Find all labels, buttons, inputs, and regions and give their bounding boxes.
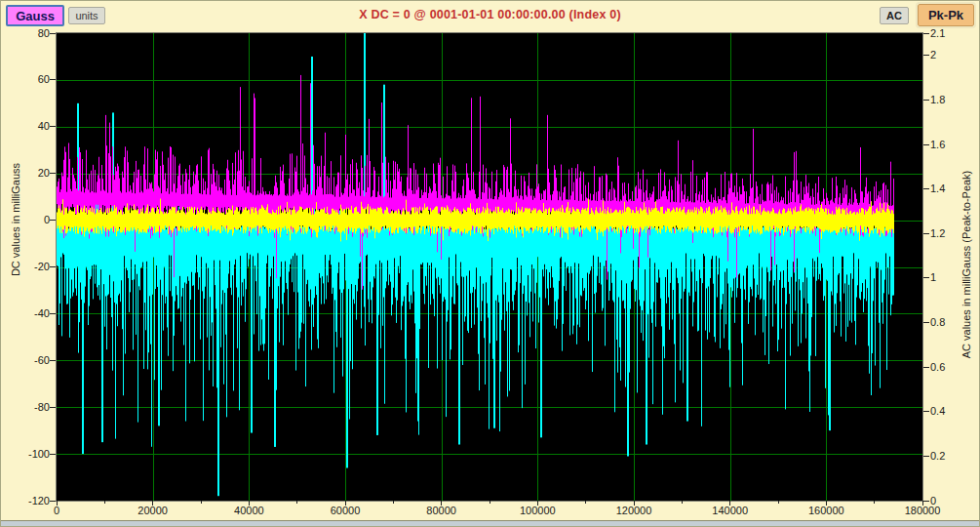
y-right-tick <box>923 456 929 457</box>
x-minor-tick <box>682 501 683 504</box>
y-left-tick <box>50 33 56 34</box>
y-right-tick-label: 0.8 <box>930 316 945 328</box>
x-tick-label: 40000 <box>219 505 278 516</box>
y-right-tick-label: 2.1 <box>930 27 945 39</box>
x-tick-label: 20000 <box>124 505 182 516</box>
y-left-tick-label: -20 <box>1 261 50 272</box>
y-left-tick <box>50 126 56 127</box>
y-axis-right-title: AC values in milliGauss (Peak-to-Peak) <box>960 171 972 359</box>
y-left-tick <box>50 173 56 174</box>
y-right-tick <box>923 367 929 368</box>
x-tick-label: 120000 <box>605 505 663 516</box>
waveform-canvas <box>57 33 922 501</box>
x-minor-tick <box>874 501 875 504</box>
y-left-tick <box>50 501 56 502</box>
y-right-tick <box>923 144 929 145</box>
y-right-tick-label: 0.4 <box>930 405 945 417</box>
x-tick-label: 160000 <box>797 505 855 516</box>
x-tick-label: 60000 <box>316 505 374 516</box>
y-left-tick <box>50 454 56 455</box>
y-left-tick-label: 60 <box>1 73 50 85</box>
x-tick-label: 80000 <box>412 505 471 516</box>
y-left-tick <box>50 266 56 267</box>
y-left-tick-label: -40 <box>1 307 50 319</box>
y-left-tick-label: -80 <box>1 401 50 413</box>
y-right-tick <box>923 277 929 278</box>
x-tick-label: 0 <box>27 505 86 516</box>
y-right-tick-label: 1.6 <box>930 139 945 150</box>
y-right-tick <box>923 100 929 101</box>
y-right-tick-label: 1.2 <box>930 227 945 239</box>
x-minor-tick <box>393 501 394 504</box>
y-right-tick <box>923 411 929 412</box>
y-left-tick <box>50 407 56 408</box>
y-left-tick <box>50 360 56 361</box>
x-minor-tick <box>296 501 297 504</box>
x-tick-label: 180000 <box>893 505 952 516</box>
y-right-tick-label: 1.4 <box>930 182 945 194</box>
y-right-tick-label: 0.2 <box>930 450 945 462</box>
y-right-tick-label: 1.8 <box>930 94 945 105</box>
y-left-tick <box>50 220 56 221</box>
y-left-tick-label: 20 <box>1 167 50 179</box>
x-minor-tick <box>778 501 779 504</box>
x-minor-tick <box>104 501 105 504</box>
x-tick-label: 100000 <box>508 505 567 516</box>
graph-title: X DC = 0 @ 0001-01-01 00:00:00.00 (Index… <box>1 8 979 21</box>
x-tick-label: 140000 <box>701 505 760 516</box>
y-right-tick <box>923 33 929 34</box>
y-left-tick-label: 0 <box>1 214 50 225</box>
x-minor-tick <box>490 501 490 504</box>
y-right-tick-label: 0.6 <box>930 361 945 373</box>
x-minor-tick <box>201 501 202 504</box>
y-right-tick <box>923 188 929 189</box>
y-left-tick <box>50 313 56 314</box>
y-left-tick <box>50 79 56 80</box>
y-left-tick-label: 40 <box>1 120 50 132</box>
x-minor-tick <box>585 501 586 504</box>
bottom-border-strip <box>1 520 979 526</box>
y-right-tick <box>923 322 929 323</box>
y-right-tick <box>923 501 929 502</box>
y-left-tick-label: 80 <box>1 27 50 39</box>
y-right-tick-label: 1 <box>930 271 936 283</box>
pkpk-button[interactable]: Pk-Pk <box>918 4 974 26</box>
ac-button[interactable]: AC <box>880 7 909 24</box>
y-right-tick-label: 2 <box>930 49 936 61</box>
plot-area <box>56 32 923 502</box>
y-left-tick-label: -100 <box>1 448 50 460</box>
y-right-tick <box>923 55 929 56</box>
y-right-tick <box>923 233 929 234</box>
y-left-tick-label: -60 <box>1 354 50 366</box>
graph-panel: Gauss units X DC = 0 @ 0001-01-01 00:00:… <box>0 0 980 527</box>
